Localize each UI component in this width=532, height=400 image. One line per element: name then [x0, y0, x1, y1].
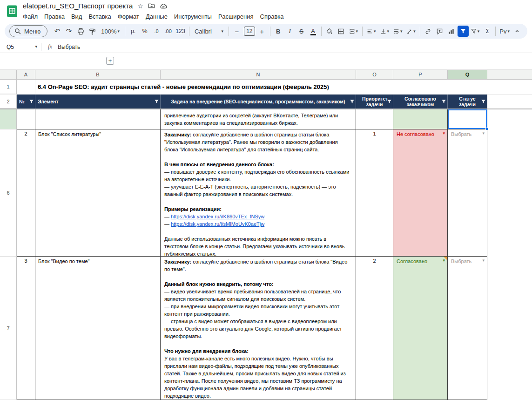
- fill-handle[interactable]: [485, 128, 488, 130]
- cell-element[interactable]: Блок "Список литературы": [35, 129, 161, 257]
- font-select[interactable]: Calibri ▾: [192, 26, 226, 37]
- chevron-down-icon[interactable]: ▾: [443, 131, 445, 136]
- menu-вставка[interactable]: Вставка: [85, 12, 114, 21]
- create-filter-button[interactable]: [458, 26, 469, 37]
- column-group-expand-button[interactable]: +: [106, 57, 114, 65]
- formula-input[interactable]: Выбрать: [58, 44, 80, 50]
- chevron-down-icon[interactable]: ▾: [35, 45, 37, 49]
- menu-инструменты[interactable]: Инструменты: [171, 12, 215, 21]
- italic-button[interactable]: I: [284, 26, 296, 37]
- menu-правка[interactable]: Правка: [41, 12, 68, 21]
- filter-icon[interactable]: [481, 99, 486, 104]
- bold-button[interactable]: B: [273, 26, 284, 37]
- move-folder-icon[interactable]: [148, 3, 155, 9]
- text-rotation-button[interactable]: ▾: [404, 26, 417, 37]
- selected-cell-q5[interactable]: [448, 109, 487, 129]
- star-icon[interactable]: ☆: [137, 3, 143, 9]
- name-box[interactable]: Q5 ▾: [0, 41, 41, 53]
- header-cell-o[interactable]: Приоритет задачи: [356, 95, 393, 108]
- cell-approved[interactable]: [393, 109, 448, 129]
- decrease-decimal-button[interactable]: .0: [151, 26, 162, 37]
- document-title[interactable]: elatopet.ru_SEO_Паспорт проекта: [23, 2, 133, 10]
- row-header-1[interactable]: 1: [0, 80, 17, 94]
- header-cell-p[interactable]: Согласовано заказчиком: [393, 95, 448, 108]
- fill-color-button[interactable]: [324, 26, 335, 37]
- font-size-increase-button[interactable]: +: [256, 26, 268, 37]
- redo-button[interactable]: ↷: [63, 26, 74, 37]
- column-header-q[interactable]: Q: [448, 70, 487, 80]
- cell-element[interactable]: [35, 109, 161, 129]
- vertical-align-button[interactable]: ▾: [378, 26, 391, 37]
- filter-views-button[interactable]: ▾: [469, 26, 482, 37]
- insert-comment-button[interactable]: [434, 26, 445, 37]
- chevron-down-icon[interactable]: ▾: [482, 131, 485, 136]
- format-percent-button[interactable]: %: [139, 26, 150, 37]
- task-link[interactable]: https://disk.yandex.ru/i/K860vTEx_fNSyw: [171, 214, 264, 219]
- pv-menu-button[interactable]: Pv ▾: [498, 26, 511, 37]
- cell-status[interactable]: Выбрать▾: [448, 129, 487, 257]
- column-header-o[interactable]: O: [356, 70, 393, 80]
- more-formats-button[interactable]: 123: [174, 26, 187, 37]
- cell-approved[interactable]: Согласовано▾: [393, 257, 448, 400]
- text-wrap-button[interactable]: ▾: [391, 26, 404, 37]
- column-header-n[interactable]: N: [161, 70, 356, 80]
- row-header-7[interactable]: 7: [0, 257, 17, 400]
- menu-расширения[interactable]: Расширения: [215, 12, 257, 21]
- cell-approved[interactable]: Не согласовано▾: [393, 129, 448, 257]
- cell-no[interactable]: [17, 109, 35, 129]
- cell-priority[interactable]: [356, 109, 393, 129]
- strikethrough-button[interactable]: S: [296, 26, 307, 37]
- font-size-decrease-button[interactable]: −: [231, 26, 242, 37]
- cell-task[interactable]: Заказчику: согласуйте добавление в шабло…: [161, 257, 356, 400]
- filter-icon[interactable]: [154, 99, 159, 104]
- borders-button[interactable]: [336, 26, 347, 37]
- filter-icon[interactable]: [441, 99, 446, 104]
- menu-справка[interactable]: Справка: [257, 12, 287, 21]
- row-header-6[interactable]: 6: [0, 129, 17, 257]
- cell-element[interactable]: Блок "Видео по теме": [35, 257, 161, 400]
- column-header-b[interactable]: B: [35, 70, 161, 80]
- column-header-a[interactable]: A: [17, 70, 35, 80]
- cell-no[interactable]: 2: [17, 129, 35, 257]
- row-header-5[interactable]: [0, 109, 17, 129]
- format-currency-button[interactable]: р.: [128, 26, 139, 37]
- task-link[interactable]: https://disk.yandex.ru/i/sMlMoUvK0aeTjw: [171, 221, 264, 227]
- chevron-down-icon[interactable]: ▾: [482, 258, 485, 263]
- google-sheets-logo[interactable]: [6, 5, 18, 18]
- header-cell-q[interactable]: Статус задачи: [448, 95, 487, 108]
- menu-файл[interactable]: Файл: [20, 12, 41, 21]
- filter-icon[interactable]: [350, 99, 355, 104]
- menu-данные[interactable]: Данные: [142, 12, 171, 21]
- menu-формат[interactable]: Формат: [114, 12, 142, 21]
- font-size-input[interactable]: 12: [244, 27, 255, 36]
- filter-icon[interactable]: [387, 99, 392, 104]
- menu-вид[interactable]: Вид: [68, 12, 86, 21]
- row-header-2[interactable]: 2: [0, 95, 17, 108]
- filter-icon[interactable]: [29, 99, 34, 104]
- select-all-corner[interactable]: [0, 70, 17, 80]
- cell-status[interactable]: Выбрать▾: [448, 257, 487, 400]
- insert-link-button[interactable]: [423, 26, 434, 37]
- cell-no[interactable]: 3: [17, 257, 35, 400]
- cell-priority[interactable]: 1: [356, 129, 393, 257]
- paint-format-button[interactable]: [87, 26, 98, 37]
- header-cell-b[interactable]: Элемент: [35, 95, 161, 108]
- insert-chart-button[interactable]: [446, 26, 457, 37]
- sheet-title-cell[interactable]: 6.4 On-Page SEO: аудит страницы статей -…: [35, 80, 532, 94]
- search-menus-button[interactable]: Меню: [9, 25, 47, 37]
- cell-task[interactable]: привлечение аудитории из соцсетей (аккау…: [161, 109, 356, 129]
- column-header-p[interactable]: P: [393, 70, 448, 80]
- increase-decimal-button[interactable]: .00: [162, 26, 174, 37]
- zoom-select[interactable]: 100% ▾: [98, 26, 122, 37]
- functions-button[interactable]: Σ: [482, 26, 493, 37]
- header-cell-a[interactable]: №: [17, 95, 35, 108]
- hide-menus-button[interactable]: [512, 26, 523, 37]
- horizontal-align-button[interactable]: ▾: [365, 26, 377, 37]
- header-cell-n[interactable]: Задача на внедрение (SEO-специалистом, п…: [161, 95, 356, 108]
- merge-cells-button[interactable]: ▾: [347, 26, 360, 37]
- print-button[interactable]: [75, 26, 86, 37]
- cell-a1[interactable]: [17, 80, 35, 94]
- text-color-button[interactable]: A: [308, 26, 319, 37]
- cell-task[interactable]: Заказчику: согласуйте добавление в шабло…: [161, 129, 356, 257]
- undo-button[interactable]: ↶: [52, 26, 63, 37]
